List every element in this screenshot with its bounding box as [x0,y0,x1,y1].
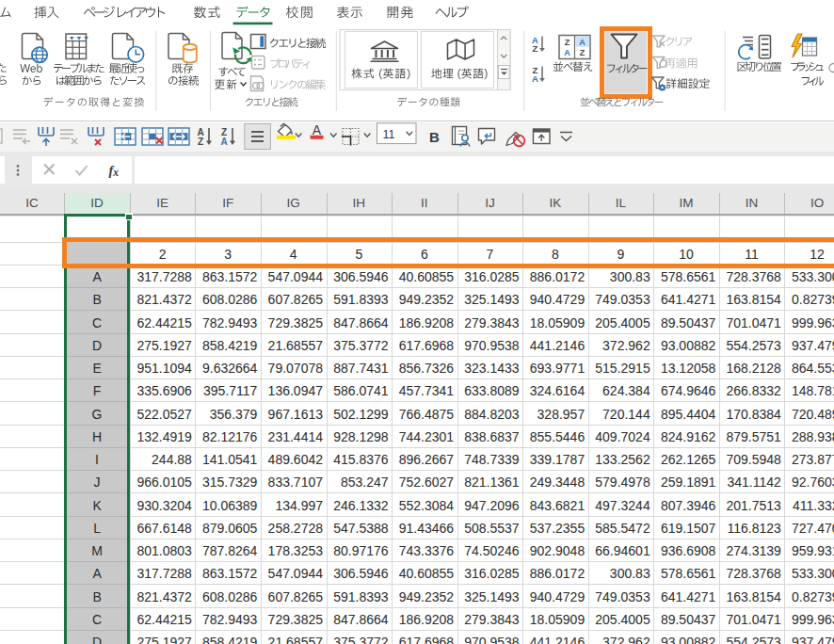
svg-text:A: A [532,73,538,84]
svg-text:A: A [532,35,538,45]
svg-text:Z: Z [533,43,538,54]
svg-text:Z: Z [533,65,538,75]
svg-text:Z: Z [580,48,585,57]
svg-text:A: A [564,48,570,57]
svg-text:A: A [579,38,585,47]
svg-text:Z: Z [565,38,570,47]
